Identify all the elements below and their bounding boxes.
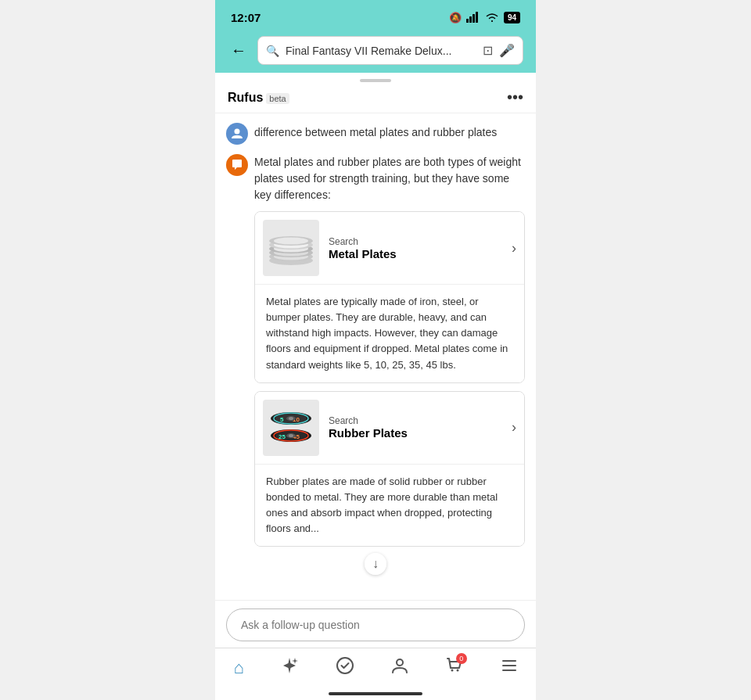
nav-home[interactable]: ⌂ bbox=[233, 658, 243, 678]
status-time: 12:07 bbox=[231, 11, 261, 24]
bottom-nav: ⌂ bbox=[215, 648, 536, 689]
nav-account[interactable] bbox=[391, 657, 408, 679]
assistant-intro-text: Metal plates and rubber plates are both … bbox=[254, 154, 525, 203]
status-icons: 🔕 94 bbox=[449, 12, 520, 23]
svg-rect-1 bbox=[469, 16, 472, 23]
circle-check-icon bbox=[336, 656, 354, 680]
svg-rect-3 bbox=[476, 12, 478, 23]
bell-icon: 🔕 bbox=[449, 12, 462, 23]
rubber-plates-card-top[interactable]: 5 10 25 45 bbox=[255, 392, 524, 464]
svg-point-4 bbox=[235, 129, 240, 135]
signal-icon bbox=[466, 12, 480, 23]
svg-text:5: 5 bbox=[280, 416, 284, 423]
search-bar-container: ← 🔍 Final Fantasy VII Remake Delux... ⊡ … bbox=[215, 31, 536, 73]
person-icon bbox=[391, 657, 408, 679]
metal-plates-label: Search Metal Plates bbox=[329, 236, 502, 260]
nav-sparkle[interactable] bbox=[280, 656, 299, 680]
drag-handle-container bbox=[215, 73, 536, 85]
bottom-pill-bar bbox=[329, 692, 422, 695]
rubber-plates-card[interactable]: 5 10 25 45 bbox=[254, 391, 525, 547]
metal-plates-description: Metal plates are typically made of iron,… bbox=[255, 284, 524, 382]
drag-handle bbox=[360, 79, 391, 82]
follow-up-input[interactable] bbox=[226, 608, 525, 641]
wifi-icon bbox=[485, 12, 499, 23]
user-avatar bbox=[226, 123, 248, 145]
camera-icon[interactable]: ⊡ bbox=[483, 43, 493, 58]
svg-rect-2 bbox=[473, 14, 475, 23]
svg-rect-34 bbox=[502, 660, 516, 662]
metal-plates-search-label: Search bbox=[329, 236, 502, 247]
battery-level: 94 bbox=[504, 12, 520, 23]
metal-plates-image bbox=[263, 220, 319, 276]
rubber-plates-label: Search Rubber Plates bbox=[329, 415, 502, 440]
scroll-down-indicator[interactable]: ↓ bbox=[365, 553, 386, 575]
status-bar: 12:07 🔕 94 bbox=[215, 0, 536, 31]
user-message-text: difference between metal plates and rubb… bbox=[254, 123, 497, 138]
rufus-more-button[interactable]: ••• bbox=[507, 88, 523, 106]
search-icon: 🔍 bbox=[266, 45, 279, 57]
rubber-plates-image: 5 10 25 45 bbox=[263, 400, 319, 456]
metal-plates-title: Metal Plates bbox=[329, 247, 502, 260]
assistant-content: Metal plates and rubber plates are both … bbox=[254, 154, 525, 547]
svg-point-15 bbox=[274, 238, 308, 245]
back-button[interactable]: ← bbox=[228, 38, 250, 63]
nav-cart[interactable]: 0 bbox=[445, 656, 464, 680]
assistant-message-row: Metal plates and rubber plates are both … bbox=[226, 154, 525, 547]
cart-badge: 0 bbox=[456, 653, 467, 664]
rufus-beta-badge: beta bbox=[266, 93, 289, 104]
svg-point-33 bbox=[456, 669, 458, 672]
svg-rect-36 bbox=[502, 669, 516, 671]
sparkle-icon bbox=[280, 656, 299, 680]
rufus-title: Rufus bbox=[228, 91, 263, 105]
svg-rect-0 bbox=[466, 19, 469, 23]
svg-point-32 bbox=[451, 669, 453, 672]
rubber-plates-description: Rubber plates are made of solid rubber o… bbox=[255, 464, 524, 547]
assistant-avatar bbox=[226, 154, 248, 176]
metal-plates-card[interactable]: Search Metal Plates › Metal plates are t… bbox=[254, 211, 525, 383]
svg-point-21 bbox=[289, 417, 293, 420]
nav-check[interactable] bbox=[336, 656, 354, 680]
search-query-text: Final Fantasy VII Remake Delux... bbox=[286, 45, 476, 57]
rufus-header: Rufus beta ••• bbox=[215, 85, 536, 113]
svg-point-27 bbox=[289, 434, 293, 437]
svg-rect-35 bbox=[502, 665, 516, 666]
rufus-title-group: Rufus beta bbox=[228, 91, 289, 105]
bottom-pill bbox=[215, 689, 536, 700]
svg-point-30 bbox=[337, 658, 353, 673]
chat-area: difference between metal plates and rubb… bbox=[215, 113, 536, 600]
home-icon: ⌂ bbox=[233, 658, 243, 678]
user-message-row: difference between metal plates and rubb… bbox=[226, 123, 525, 145]
nav-menu[interactable] bbox=[501, 657, 518, 679]
metal-plates-card-top[interactable]: Search Metal Plates › bbox=[255, 212, 524, 284]
menu-icon bbox=[501, 657, 518, 679]
mic-icon[interactable]: 🎤 bbox=[499, 43, 515, 58]
rubber-plates-search-label: Search bbox=[329, 415, 502, 426]
metal-plates-chevron-icon: › bbox=[512, 240, 516, 257]
rubber-plates-chevron-icon: › bbox=[512, 419, 516, 436]
search-box[interactable]: 🔍 Final Fantasy VII Remake Delux... ⊡ 🎤 bbox=[257, 36, 523, 65]
rubber-plates-title: Rubber Plates bbox=[329, 426, 502, 440]
svg-point-31 bbox=[397, 659, 403, 666]
bottom-input-container bbox=[215, 600, 536, 648]
